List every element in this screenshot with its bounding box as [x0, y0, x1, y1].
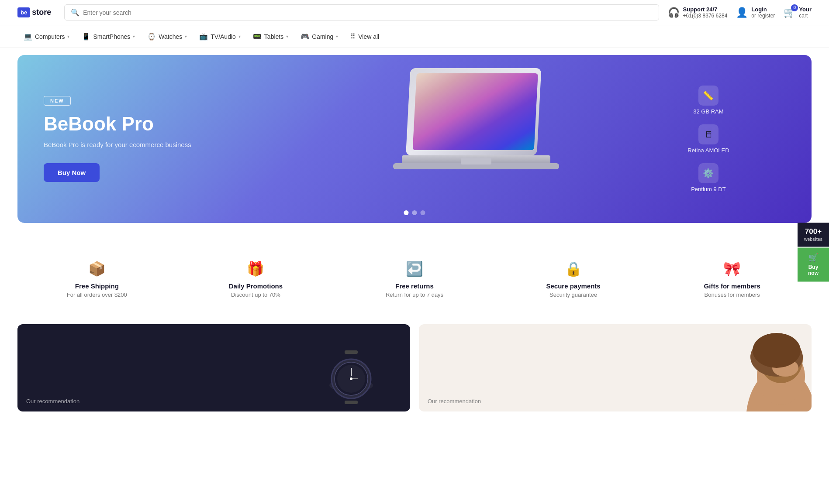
logo-box: be — [17, 7, 30, 17]
banner-person-label: Our recommendation — [428, 398, 481, 405]
banner-watch-label: Our recommendation — [26, 398, 79, 405]
nav-item-watches[interactable]: ⌚Watches▾ — [141, 25, 193, 48]
nav-item-gaming[interactable]: 🎮Gaming▾ — [294, 25, 344, 48]
chevron-down-icon: ▾ — [238, 34, 241, 39]
feature-item-free-shipping: 📦 Free Shipping For all orders over $200 — [17, 252, 176, 307]
support-phone: +61(0)3 8376 6284 — [683, 13, 728, 19]
hero-specs: 📏 32 GB RAM 🖥 Retina AMOLED ⚙️ Pentium 9… — [627, 86, 812, 192]
view-all-nav-icon: ⠿ — [350, 32, 356, 41]
side-count-label: websites — [804, 237, 823, 242]
tablets-nav-icon: 📟 — [253, 32, 262, 41]
nav-item-tablets[interactable]: 📟Tablets▾ — [247, 25, 294, 48]
spec-item-ram: 📏 32 GB RAM — [627, 86, 790, 115]
gifts-members-title: Gifts for members — [704, 282, 760, 290]
free-returns-desc: Return for up to 7 days — [386, 291, 443, 298]
daily-promotions-desc: Discount up to 70% — [231, 291, 280, 298]
side-buy-button[interactable]: 🛒 Buy now — [798, 247, 829, 281]
spec-label-display: Retina AMOLED — [687, 147, 729, 154]
daily-promotions-title: Daily Promotions — [229, 282, 283, 290]
svg-rect-7 — [345, 401, 358, 404]
daily-promotions-icon: 🎁 — [247, 261, 264, 277]
side-panel: 700+ websites 🛒 Buy now — [798, 223, 829, 281]
nav-item-computers[interactable]: 💻Computers▾ — [17, 25, 76, 48]
spec-icon-cpu: ⚙️ — [698, 163, 718, 183]
feature-item-free-returns: ↩️ Free returns Return for up to 7 days — [335, 252, 494, 307]
feature-item-gifts-members: 🎀 Gifts for members Bonuses for members — [653, 252, 812, 307]
watches-nav-label: Watches — [159, 33, 182, 40]
bottom-banners: Our recommendation Our recommendation — [0, 320, 829, 411]
dot-2[interactable] — [412, 210, 417, 215]
spec-label-ram: 32 GB RAM — [693, 108, 723, 115]
banner-person[interactable]: Our recommendation — [419, 324, 812, 411]
login-label[interactable]: Login — [751, 6, 775, 13]
computers-nav-label: Computers — [35, 33, 65, 40]
hero-badge: NEW — [44, 96, 71, 106]
search-input[interactable] — [83, 9, 652, 16]
free-shipping-icon: 📦 — [88, 261, 106, 277]
banner-watch[interactable]: Our recommendation — [17, 324, 410, 411]
nav-item-tv-audio[interactable]: 📺TV/Audio▾ — [193, 25, 247, 48]
hero-subtitle: BeBook Pro is ready for your ecommerce b… — [44, 140, 299, 150]
tv-audio-nav-label: TV/Audio — [211, 33, 236, 40]
hero-laptop — [325, 55, 627, 223]
cart-badge: 0 — [791, 4, 798, 11]
svg-rect-6 — [345, 350, 358, 354]
logo[interactable]: bestore — [17, 7, 51, 17]
svg-point-13 — [350, 377, 352, 380]
chevron-down-icon: ▾ — [286, 34, 288, 39]
side-count: 700+ — [804, 227, 823, 237]
search-icon: 🔍 — [71, 8, 79, 17]
gifts-members-desc: Bonuses for members — [705, 291, 760, 298]
dot-1[interactable] — [404, 210, 409, 215]
smartphones-nav-label: SmartPhones — [93, 33, 130, 40]
main-nav: 💻Computers▾📱SmartPhones▾⌚Watches▾📺TV/Aud… — [0, 25, 829, 48]
secure-payments-icon: 🔒 — [565, 261, 582, 277]
spec-label-cpu: Pentium 9 DT — [691, 186, 725, 192]
free-shipping-title: Free Shipping — [75, 282, 119, 290]
headset-icon: 🎧 — [668, 7, 680, 18]
free-shipping-desc: For all orders over $200 — [67, 291, 127, 298]
chevron-down-icon: ▾ — [336, 34, 338, 39]
chevron-down-icon: ▾ — [185, 34, 187, 39]
hero-title: BeBook Pro — [44, 113, 299, 134]
watches-nav-icon: ⌚ — [147, 32, 156, 41]
tablets-nav-label: Tablets — [264, 33, 283, 40]
svg-point-19 — [753, 333, 801, 368]
svg-rect-4 — [461, 158, 491, 165]
search-bar: 🔍 — [64, 4, 659, 21]
feature-item-daily-promotions: 🎁 Daily Promotions Discount up to 70% — [176, 252, 335, 307]
cart-block[interactable]: 🛒 0 Your cart — [784, 6, 812, 19]
user-icon: 👤 — [736, 7, 748, 18]
secure-payments-title: Secure payments — [546, 282, 600, 290]
side-count-button[interactable]: 700+ websites — [798, 223, 829, 247]
features-section: 📦 Free Shipping For all orders over $200… — [0, 230, 829, 320]
hero-dots — [404, 210, 425, 215]
person-visual — [715, 324, 812, 411]
watch-visual — [318, 346, 384, 411]
logo-store-text: store — [32, 8, 51, 17]
chevron-down-icon: ▾ — [67, 34, 69, 39]
chevron-down-icon: ▾ — [133, 34, 135, 39]
cart-icon-side: 🛒 — [808, 253, 818, 262]
login-block[interactable]: 👤 Login or register — [736, 6, 775, 19]
spec-item-cpu: ⚙️ Pentium 9 DT — [627, 163, 790, 192]
spec-icon-ram: 📏 — [698, 86, 718, 106]
spec-item-display: 🖥 Retina AMOLED — [627, 124, 790, 154]
dot-3[interactable] — [421, 210, 425, 215]
tv-audio-nav-icon: 📺 — [199, 32, 208, 41]
side-buy-label: Buy now — [804, 264, 823, 276]
nav-item-smartphones[interactable]: 📱SmartPhones▾ — [76, 25, 141, 48]
cart-sub-label: cart — [799, 13, 812, 19]
computers-nav-icon: 💻 — [24, 32, 32, 41]
gifts-members-icon: 🎀 — [723, 261, 741, 277]
free-returns-title: Free returns — [395, 282, 434, 290]
cart-label: Your — [799, 6, 812, 13]
support-block: 🎧 Support 24/7 +61(0)3 8376 6284 — [668, 6, 728, 19]
gaming-nav-icon: 🎮 — [301, 32, 309, 41]
site-header: bestore 🔍 🎧 Support 24/7 +61(0)3 8376 62… — [0, 0, 829, 25]
gaming-nav-label: Gaming — [312, 33, 333, 40]
laptop-svg — [393, 64, 559, 195]
svg-rect-1 — [413, 73, 538, 150]
nav-item-view-all[interactable]: ⠿View all — [344, 25, 385, 48]
hero-buy-button[interactable]: Buy Now — [44, 163, 100, 182]
